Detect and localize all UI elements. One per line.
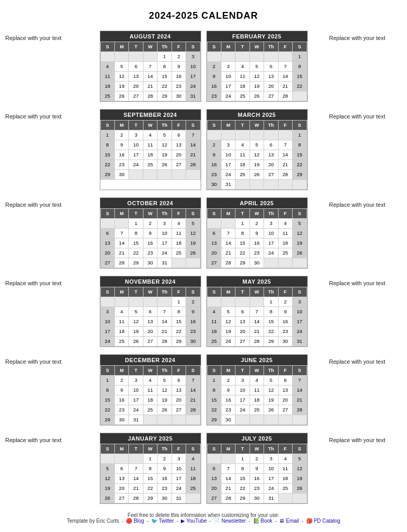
day-cell: 12	[157, 385, 172, 395]
newsletter-link[interactable]: 📄 Newsletter	[214, 518, 246, 524]
day-cell: 25	[207, 337, 221, 347]
day-cell: 14	[293, 385, 307, 395]
day-header: S	[186, 287, 200, 297]
day-header: S	[186, 121, 200, 130]
day-cell: 18	[143, 150, 157, 160]
empty-cell	[115, 52, 129, 62]
day-cell: 1	[101, 130, 115, 140]
day-cell: 26	[264, 405, 278, 415]
day-cell: 24	[264, 248, 278, 258]
day-cell: 30	[115, 170, 129, 180]
day-cell: 25	[186, 484, 200, 494]
day-cell: 7	[129, 464, 143, 474]
day-cell: 6	[235, 307, 250, 317]
day-cell: 15	[293, 72, 307, 82]
day-cell: 13	[279, 385, 293, 395]
empty-cell	[279, 258, 293, 268]
day-cell: 3	[264, 454, 278, 464]
day-cell: 5	[264, 376, 278, 385]
empty-cell	[207, 297, 221, 307]
day-cell: 11	[186, 464, 200, 474]
day-cell: 12	[250, 150, 264, 160]
day-cell: 7	[279, 62, 293, 72]
day-header: Th	[264, 42, 278, 52]
day-cell: 10	[221, 72, 235, 82]
day-cell: 12	[264, 385, 278, 395]
day-header: M	[115, 209, 129, 219]
day-cell: 5	[221, 307, 235, 317]
youtube-link[interactable]: ▶ YouTube	[181, 518, 207, 524]
day-cell: 11	[115, 317, 129, 327]
day-cell: 17	[129, 395, 143, 405]
day-cell: 16	[279, 317, 293, 327]
day-header: S	[293, 42, 307, 52]
day-cell: 27	[207, 494, 221, 503]
day-header: S	[101, 366, 115, 376]
day-cell: 7	[186, 376, 200, 385]
side-text-left: Replace with your text	[5, 109, 78, 119]
empty-cell	[115, 454, 129, 464]
day-cell: 15	[129, 238, 143, 248]
day-cell: 14	[115, 238, 129, 248]
day-header: S	[207, 121, 221, 130]
day-cell: 21	[129, 484, 143, 494]
calendar-header: JANUARY 2025	[100, 433, 201, 444]
day-cell: 12	[221, 317, 235, 327]
calendar-row: Replace with your textNOVEMBER 2024SMTWT…	[5, 276, 402, 347]
empty-cell	[221, 454, 235, 464]
day-cell: 12	[115, 72, 129, 82]
day-cell: 13	[235, 317, 250, 327]
day-cell: 27	[264, 91, 278, 101]
day-cell: 30	[221, 415, 235, 425]
day-cell: 5	[186, 219, 200, 229]
day-cell: 20	[115, 484, 129, 494]
day-cell: 18	[115, 327, 129, 337]
day-header: S	[293, 444, 307, 454]
day-cell: 15	[143, 474, 157, 484]
day-cell: 18	[143, 395, 157, 405]
day-cell: 27	[172, 405, 186, 415]
calendar-header: NOVEMBER 2024	[100, 276, 201, 287]
empty-cell	[101, 52, 115, 62]
day-cell: 11	[279, 464, 293, 474]
book-link[interactable]: 📗 Book	[253, 518, 273, 524]
day-cell: 20	[279, 395, 293, 405]
day-header: T	[129, 42, 143, 52]
day-header: T	[129, 287, 143, 297]
twitter-link[interactable]: 🐦 Twitter	[151, 518, 174, 524]
day-cell: 23	[221, 405, 235, 415]
day-cell: 4	[143, 130, 157, 140]
day-cell: 1	[207, 376, 221, 385]
day-cell: 8	[293, 62, 307, 72]
day-cell: 8	[101, 385, 115, 395]
day-cell: 29	[293, 170, 307, 180]
day-cell: 6	[207, 229, 221, 238]
day-cell: 20	[235, 327, 250, 337]
calendar-grid: SMTWThFS12345678910111213141516171819202…	[207, 42, 307, 101]
empty-cell	[129, 170, 143, 180]
blog-link[interactable]: 🔴 Blog	[126, 518, 144, 524]
day-cell: 11	[207, 317, 221, 327]
day-header: W	[250, 209, 264, 219]
day-cell: 28	[221, 494, 235, 503]
email-link[interactable]: 🖥 Email	[279, 518, 299, 524]
pd-catalog-link[interactable]: 🎒 PD Catalog	[306, 518, 340, 524]
day-header: S	[293, 287, 307, 297]
day-cell: 30	[143, 258, 157, 268]
day-cell: 25	[235, 170, 250, 180]
day-cell: 3	[101, 307, 115, 317]
calendar-grid: SMTWThFS12345678910111213141516171819202…	[207, 120, 307, 190]
day-cell: 12	[186, 229, 200, 238]
day-header: M	[221, 42, 235, 52]
day-cell: 6	[264, 62, 278, 72]
empty-cell	[207, 454, 221, 464]
calendars-pair: JANUARY 2025SMTWThFS12345678910111213141…	[78, 433, 329, 504]
day-cell: 22	[235, 484, 250, 494]
empty-cell	[221, 52, 235, 62]
side-text-left: Replace with your text	[5, 276, 78, 286]
day-cell: 24	[172, 484, 186, 494]
day-cell: 21	[157, 327, 172, 337]
day-header: Th	[157, 366, 172, 376]
day-cell: 22	[101, 405, 115, 415]
day-cell: 4	[115, 307, 129, 317]
